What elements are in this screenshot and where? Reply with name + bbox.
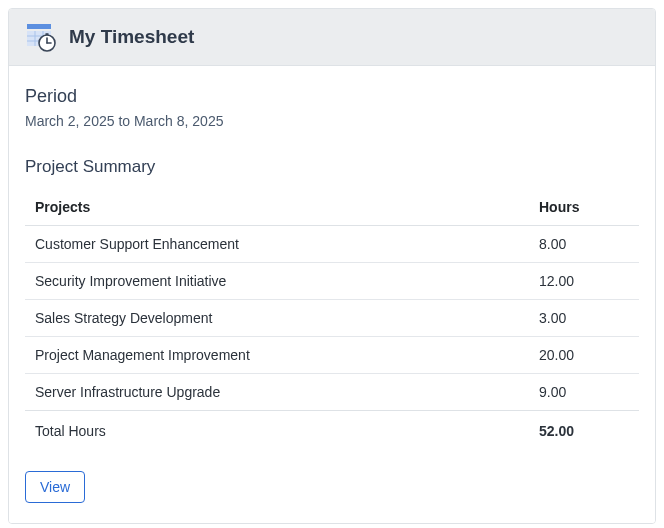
view-button[interactable]: View xyxy=(25,471,85,503)
col-projects: Projects xyxy=(25,189,529,226)
project-hours: 9.00 xyxy=(529,374,639,411)
project-hours: 8.00 xyxy=(529,226,639,263)
timesheet-card: My Timesheet Period March 2, 2025 to Mar… xyxy=(8,8,656,524)
project-summary-table: Projects Hours Customer Support Enhancem… xyxy=(25,189,639,449)
project-name: Server Infrastructure Upgrade xyxy=(25,374,529,411)
svg-rect-7 xyxy=(46,33,49,35)
total-label: Total Hours xyxy=(25,411,529,450)
table-row: Server Infrastructure Upgrade 9.00 xyxy=(25,374,639,411)
project-name: Customer Support Enhancement xyxy=(25,226,529,263)
project-hours: 20.00 xyxy=(529,337,639,374)
card-header: My Timesheet xyxy=(9,9,655,66)
timesheet-icon xyxy=(25,21,57,53)
period-label: Period xyxy=(25,86,639,107)
col-hours: Hours xyxy=(529,189,639,226)
total-row: Total Hours 52.00 xyxy=(25,411,639,450)
project-hours: 12.00 xyxy=(529,263,639,300)
project-name: Sales Strategy Development xyxy=(25,300,529,337)
card-body: Period March 2, 2025 to March 8, 2025 Pr… xyxy=(9,66,655,523)
table-row: Sales Strategy Development 3.00 xyxy=(25,300,639,337)
svg-rect-0 xyxy=(27,24,51,29)
summary-title: Project Summary xyxy=(25,157,639,177)
table-row: Project Management Improvement 20.00 xyxy=(25,337,639,374)
period-value: March 2, 2025 to March 8, 2025 xyxy=(25,113,639,129)
table-row: Security Improvement Initiative 12.00 xyxy=(25,263,639,300)
total-hours: 52.00 xyxy=(529,411,639,450)
project-name: Project Management Improvement xyxy=(25,337,529,374)
project-name: Security Improvement Initiative xyxy=(25,263,529,300)
card-title: My Timesheet xyxy=(69,26,194,48)
project-hours: 3.00 xyxy=(529,300,639,337)
table-row: Customer Support Enhancement 8.00 xyxy=(25,226,639,263)
